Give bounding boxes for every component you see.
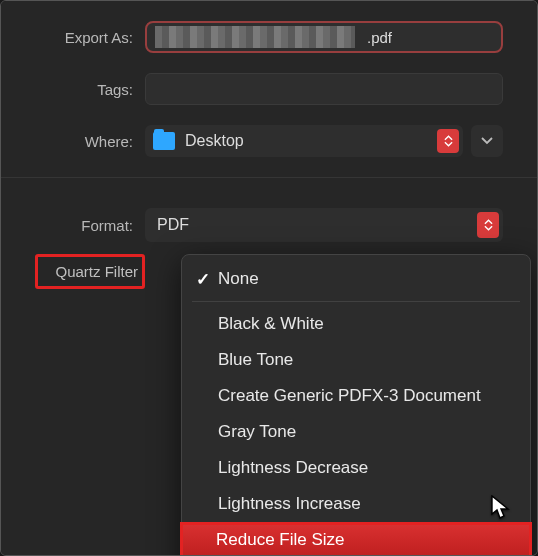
chevron-down-icon xyxy=(481,137,493,145)
where-label: Where: xyxy=(35,133,145,150)
format-select[interactable]: PDF xyxy=(145,208,503,242)
tags-field[interactable] xyxy=(145,73,503,105)
export-as-label: Export As: xyxy=(35,29,145,46)
folder-icon xyxy=(153,132,175,150)
filter-option-reduce-file-size[interactable]: Reduce File Size xyxy=(180,522,532,556)
filter-option-blue-tone[interactable]: Blue Tone xyxy=(182,342,530,378)
updown-arrows-icon xyxy=(437,129,459,153)
export-as-field[interactable]: .pdf xyxy=(145,21,503,53)
quartz-filter-dropdown: ✓ None Black & White Blue Tone Create Ge… xyxy=(181,254,531,556)
where-select[interactable]: Desktop xyxy=(145,125,463,157)
filename-extension: .pdf xyxy=(367,29,392,46)
redacted-filename xyxy=(155,26,355,48)
updown-arrows-icon xyxy=(477,212,499,238)
format-label: Format: xyxy=(35,217,145,234)
filter-option-black-white[interactable]: Black & White xyxy=(182,306,530,342)
quartz-filter-label: Quartz Filter xyxy=(35,254,145,289)
filter-option-none[interactable]: ✓ None xyxy=(182,261,530,297)
filter-option-lightness-increase[interactable]: Lightness Increase xyxy=(182,486,530,522)
expand-button[interactable] xyxy=(471,125,503,157)
tags-label: Tags: xyxy=(35,81,145,98)
filter-option-lightness-decrease[interactable]: Lightness Decrease xyxy=(182,450,530,486)
checkmark-icon: ✓ xyxy=(196,269,212,290)
filter-option-create-pdfx3[interactable]: Create Generic PDFX-3 Document xyxy=(182,378,530,414)
export-dialog: Export As: .pdf Tags: Where: Desktop xyxy=(1,1,537,555)
divider xyxy=(1,177,537,178)
dropdown-separator xyxy=(192,301,520,302)
filter-option-gray-tone[interactable]: Gray Tone xyxy=(182,414,530,450)
format-value: PDF xyxy=(157,216,189,234)
where-folder-name: Desktop xyxy=(185,132,244,150)
